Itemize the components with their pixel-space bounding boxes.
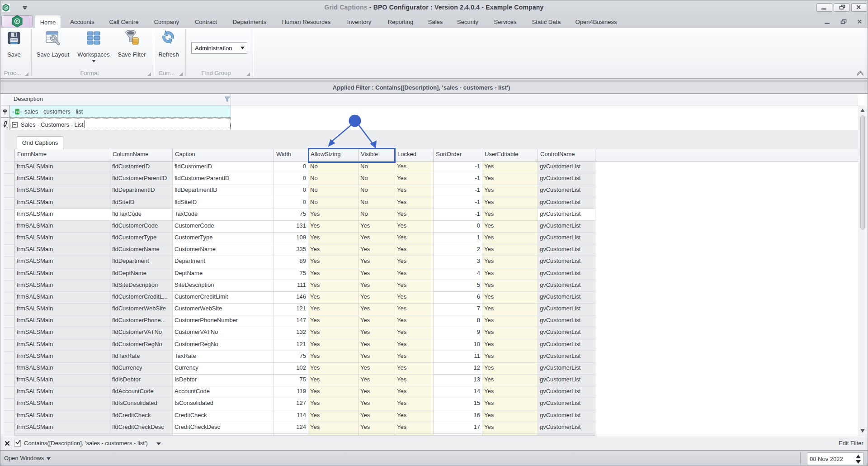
svg-text:c: c bbox=[20, 110, 22, 114]
svg-text:a: a bbox=[12, 110, 14, 114]
svg-text:B: B bbox=[16, 110, 19, 114]
